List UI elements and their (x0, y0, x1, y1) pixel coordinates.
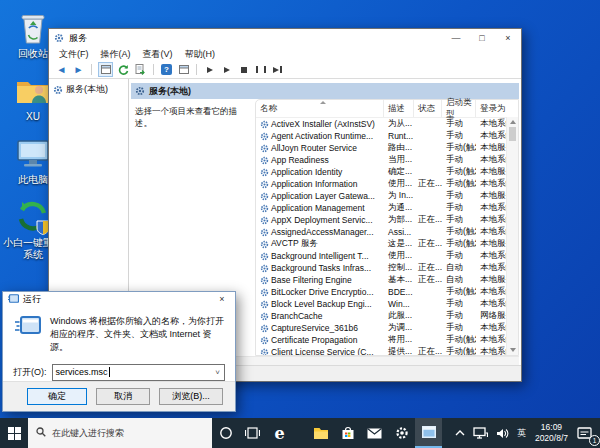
service-row[interactable]: CaptureService_361b6为调...手动本地系统 (256, 322, 507, 334)
service-startup-type: 手动 (442, 130, 476, 142)
service-row[interactable]: Block Level Backup Engi...Win...手动本地系统 (256, 298, 507, 310)
volume-button[interactable] (492, 418, 513, 448)
scroll-up-icon[interactable] (510, 120, 516, 124)
cortana-button[interactable] (212, 418, 239, 448)
run-title-bar[interactable]: 运行 × (3, 292, 235, 306)
store-button[interactable] (334, 418, 361, 448)
service-row[interactable]: Application Identity确定...手动(触发...本地服务 (256, 166, 507, 178)
service-gear-icon (260, 192, 269, 201)
clock-time: 16:09 (535, 422, 568, 433)
service-gear-icon (260, 156, 269, 165)
column-description[interactable]: 描述 (384, 100, 414, 117)
gear-icon (395, 426, 409, 440)
network-button[interactable] (469, 418, 492, 448)
back-icon[interactable]: ◄ (55, 63, 68, 76)
vertical-scrollbar[interactable] (506, 117, 518, 355)
export-list-icon[interactable] (134, 63, 147, 76)
services-title-bar[interactable]: 服务 — □ × (49, 29, 521, 47)
service-row[interactable]: Application Layer Gatewa...为 In...手动本地服务 (256, 190, 507, 202)
service-name: ActiveX Installer (AxInstSV) (256, 119, 384, 129)
service-name: Agent Activation Runtime... (256, 131, 384, 141)
service-row[interactable]: Base Filtering Engine基本...正在...自动本地服务 (256, 274, 507, 286)
service-row[interactable]: Application Management为通...手动本地系统 (256, 202, 507, 214)
tree-item-services-local[interactable]: 服务(本地) (53, 83, 128, 96)
service-logon-as: 本地系统 (476, 322, 507, 334)
column-logon-as[interactable]: 登录为 (476, 100, 507, 117)
service-name: Application Management (256, 203, 384, 213)
combobox-dropdown-icon[interactable]: ˅ (215, 368, 224, 377)
service-row[interactable]: Client License Service (C...提供...正在...手动… (256, 346, 507, 355)
pause-service-icon[interactable] (254, 63, 267, 76)
browse-button[interactable]: 浏览(B)... (159, 388, 223, 405)
column-name[interactable]: 名称 (256, 100, 384, 117)
service-description: 将用... (384, 334, 414, 346)
service-row[interactable]: AllJoyn Router Service路由...手动(触发...本地服务 (256, 142, 507, 154)
open-combobox[interactable]: services.msc ˅ (52, 364, 226, 381)
minimize-button[interactable]: — (443, 29, 469, 47)
column-status[interactable]: 状态 (414, 100, 442, 117)
menu-action[interactable]: 操作(A) (95, 48, 137, 61)
service-row[interactable]: BitLocker Drive Encryptio...BDE...手动(触发.… (256, 286, 507, 298)
clock-date: 2020/8/7 (535, 433, 568, 444)
service-row[interactable]: Certificate Propagation将用...手动(触发...本地系统 (256, 334, 507, 346)
taskbar-active-window-services[interactable] (415, 418, 442, 448)
ime-indicator[interactable]: 英 (513, 418, 530, 448)
service-description: 此服... (384, 310, 414, 322)
service-logon-as: 本地服务 (476, 190, 507, 202)
run-dialog-message: Windows 将根据你所输入的名称，为你打开相应的程序、文件夹、文档或 Int… (50, 315, 227, 354)
forward-icon[interactable]: ► (72, 63, 85, 76)
properties-icon[interactable] (177, 63, 190, 76)
cancel-button[interactable]: 取消 (96, 388, 150, 405)
task-view-button[interactable] (239, 418, 266, 448)
service-row[interactable]: App Readiness当用...手动本地系统 (256, 154, 507, 166)
close-icon[interactable]: × (209, 292, 235, 306)
system-tray: 英 16:09 2020/8/7 1 (451, 418, 600, 448)
window-title: 服务 (69, 32, 87, 45)
refresh-icon[interactable] (117, 63, 130, 76)
mail-button[interactable] (361, 418, 388, 448)
service-row[interactable]: Background Intelligent T...使用...手动本地系统 (256, 250, 507, 262)
show-hidden-icons-button[interactable] (451, 418, 469, 448)
user-folder-icon (15, 73, 51, 109)
service-row[interactable]: Application Information使用...正在...手动(触发..… (256, 178, 507, 190)
service-row[interactable]: AVCTP 服务这是...正在...手动(触发...本地服务 (256, 238, 507, 250)
service-description: BDE... (384, 287, 414, 297)
dialog-title: 运行 (23, 293, 41, 306)
service-row[interactable]: AssignedAccessManager...Assi...手动(触发...本… (256, 226, 507, 238)
column-startup-type[interactable]: 启动类型 (442, 100, 476, 117)
ok-button[interactable]: 确定 (27, 388, 87, 405)
service-row[interactable]: BranchCache此服...手动网络服务 (256, 310, 507, 322)
resume-service-icon[interactable] (220, 63, 233, 76)
show-console-tree-icon[interactable] (98, 62, 113, 77)
service-logon-as: 本地系统 (476, 250, 507, 262)
restart-service-icon[interactable] (271, 63, 284, 76)
scrollbar-thumb[interactable] (509, 127, 516, 141)
action-center-button[interactable]: 1 (573, 418, 600, 448)
service-row[interactable]: Background Tasks Infras...控制...正在...自动本地… (256, 262, 507, 274)
menu-help[interactable]: 帮助(H) (179, 48, 222, 61)
taskbar-clock[interactable]: 16:09 2020/8/7 (530, 422, 573, 443)
help-icon[interactable]: ? (160, 63, 173, 76)
scroll-down-icon[interactable] (510, 348, 516, 352)
service-gear-icon (260, 204, 269, 213)
menu-file[interactable]: 文件(F) (53, 48, 95, 61)
open-input-value[interactable]: services.msc (56, 367, 108, 377)
store-icon (341, 426, 355, 440)
maximize-button[interactable]: □ (469, 29, 495, 47)
menu-view[interactable]: 查看(V) (137, 48, 179, 61)
service-status: 正在... (414, 262, 442, 274)
service-logon-as: 本地系统 (476, 262, 507, 274)
taskbar-search-input[interactable]: 在此键入进行搜索 (28, 418, 212, 448)
stop-service-icon[interactable] (237, 63, 250, 76)
volume-icon (496, 428, 509, 439)
active-window-icon (422, 426, 436, 438)
settings-button[interactable] (388, 418, 415, 448)
service-row[interactable]: Agent Activation Runtime...Runt...手动本地系统 (256, 130, 507, 142)
start-service-icon[interactable] (203, 63, 216, 76)
service-row[interactable]: AppX Deployment Servic...为部...正在...手动本地系… (256, 214, 507, 226)
close-button[interactable]: × (495, 29, 521, 47)
start-button[interactable] (0, 418, 28, 448)
service-description: 路由... (384, 142, 414, 154)
edge-button[interactable]: e (266, 418, 293, 448)
file-explorer-button[interactable] (307, 418, 334, 448)
